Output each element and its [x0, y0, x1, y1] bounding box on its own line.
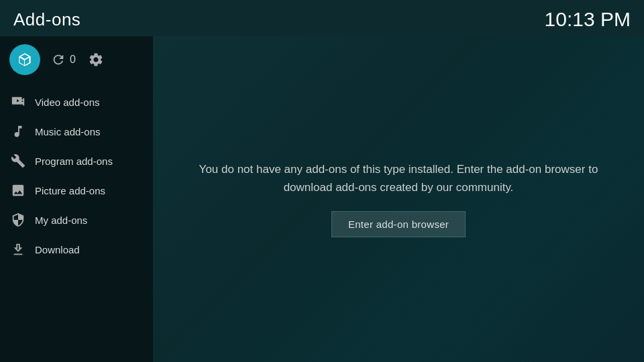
- page-title: Add-ons: [13, 9, 80, 30]
- picture-addons-label: Picture add-ons: [35, 185, 105, 196]
- my-addons-label: My add-ons: [35, 215, 87, 226]
- settings-gear-icon: [88, 52, 104, 68]
- music-addons-label: Music add-ons: [35, 126, 101, 137]
- refresh-count: 0: [70, 54, 76, 66]
- header: Add-ons 10:13 PM: [0, 0, 644, 36]
- settings-button[interactable]: [87, 50, 105, 69]
- clock: 10:13 PM: [545, 8, 631, 31]
- download-icon: [11, 242, 25, 257]
- program-icon: [11, 154, 25, 168]
- main-layout: 0 Video add-ons Music ad: [0, 36, 644, 362]
- content-inner: You do not have any add-ons of this type…: [170, 147, 627, 251]
- addon-box-icon: [16, 51, 34, 68]
- my-addons-icon: [11, 213, 25, 227]
- picture-icon: [11, 183, 25, 198]
- program-addons-label: Program add-ons: [35, 156, 113, 167]
- sidebar-item-download[interactable]: Download: [0, 235, 153, 264]
- sidebar-item-video-addons[interactable]: Video add-ons: [0, 87, 153, 117]
- refresh-button[interactable]: 0: [51, 52, 76, 67]
- download-label: Download: [35, 244, 80, 255]
- sidebar-item-program-addons[interactable]: Program add-ons: [0, 146, 153, 176]
- sidebar-top-controls: 0: [0, 36, 153, 87]
- sidebar-item-picture-addons[interactable]: Picture add-ons: [0, 176, 153, 205]
- refresh-icon: [51, 52, 66, 67]
- music-icon: [11, 124, 25, 139]
- content-area: You do not have any add-ons of this type…: [153, 36, 644, 362]
- video-icon: [11, 95, 25, 109]
- sidebar-item-my-addons[interactable]: My add-ons: [0, 205, 153, 235]
- video-addons-label: Video add-ons: [35, 97, 99, 108]
- enter-addon-browser-button[interactable]: Enter add-on browser: [331, 211, 466, 237]
- sidebar: 0 Video add-ons Music ad: [0, 36, 153, 362]
- sidebar-item-music-addons[interactable]: Music add-ons: [0, 117, 153, 146]
- addon-browser-button[interactable]: [9, 44, 40, 75]
- no-addons-message: You do not have any add-ons of this type…: [184, 161, 613, 196]
